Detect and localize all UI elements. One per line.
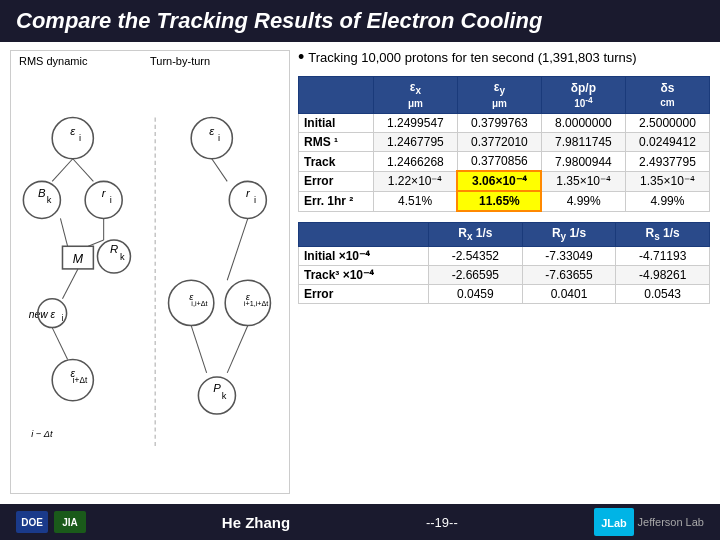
cell2-initial-rs: -4.71193	[616, 246, 710, 265]
jlab-logo: JLab Jefferson Lab	[594, 508, 704, 536]
cell-track-ex: 1.2466268	[373, 152, 457, 172]
table-row: Initial 1.2499547 0.3799763 8.0000000 2.…	[299, 114, 710, 133]
svg-text:JLab: JLab	[601, 517, 627, 529]
table-row: Err. 1hr ² 4.51% 11.65% 4.99% 4.99%	[299, 191, 710, 211]
svg-line-26	[52, 328, 67, 360]
svg-text:ε: ε	[209, 125, 215, 137]
cell-initial-ey: 0.3799763	[457, 114, 541, 133]
cell-track-ds: 2.4937795	[625, 152, 709, 172]
table-row: RMS ¹ 1.2467795 0.3772010 7.9811745 0.02…	[299, 133, 710, 152]
cell-rms-ds: 0.0249412	[625, 133, 709, 152]
cell2-track-rs: -4.98261	[616, 265, 710, 284]
right-panel: • Tracking 10,000 protons for ten second…	[298, 50, 710, 494]
svg-text:i − Δt: i − Δt	[31, 429, 53, 439]
svg-line-25	[62, 269, 77, 299]
svg-point-0	[52, 118, 93, 159]
svg-text:ε: ε	[70, 125, 76, 137]
results-table-2: Rx 1/s Ry 1/s Rs 1/s Initial ×10⁻⁴ -2.54…	[298, 222, 710, 303]
cell-error-dp: 1.35×10⁻⁴	[541, 171, 625, 191]
cell-track-dp: 7.9800944	[541, 152, 625, 172]
col-header-ex: εxμm	[373, 77, 457, 114]
table-row: Track³ ×10⁻⁴ -2.66595 -7.63655 -4.98261	[299, 265, 710, 284]
cell2-error-ry: 0.0401	[522, 284, 616, 303]
svg-text:i: i	[218, 133, 220, 143]
row-label-track: Track	[299, 152, 374, 172]
svg-text:M: M	[73, 252, 84, 266]
footer-left: DOE JIA	[16, 511, 86, 533]
col-header-dp: δp/p10-4	[541, 77, 625, 114]
cell-rms-ex: 1.2467795	[373, 133, 457, 152]
cell-initial-ex: 1.2499547	[373, 114, 457, 133]
svg-text:i+Δt: i+Δt	[73, 376, 88, 385]
row2-label-error: Error	[299, 284, 429, 303]
row-label-error: Error	[299, 171, 374, 191]
svg-line-46	[227, 326, 248, 373]
svg-point-28	[191, 118, 232, 159]
cell2-track-ry: -7.63655	[522, 265, 616, 284]
cell2-track-rx: -2.66595	[429, 265, 523, 284]
tracking-description: • Tracking 10,000 protons for ten second…	[298, 50, 710, 66]
svg-text:P: P	[213, 382, 221, 394]
svg-line-44	[227, 218, 248, 280]
svg-text:i: i	[254, 195, 256, 205]
col-header-empty	[299, 77, 374, 114]
col2-header-ry: Ry 1/s	[522, 223, 616, 246]
rms-label: RMS dynamic	[19, 55, 87, 67]
cell2-initial-rx: -2.54352	[429, 246, 523, 265]
svg-text:i: i	[79, 133, 81, 143]
cell-track-ey: 0.3770856	[457, 152, 541, 172]
cell-err1hr-ds: 4.99%	[625, 191, 709, 211]
cell-err1hr-ex: 4.51%	[373, 191, 457, 211]
svg-text:r: r	[246, 187, 251, 199]
page-title: Compare the Tracking Results of Electron…	[0, 0, 720, 42]
cell-rms-dp: 7.9811745	[541, 133, 625, 152]
footer-presenter: He Zhang	[222, 514, 290, 531]
svg-text:k: k	[120, 252, 125, 262]
svg-text:i+1,i+Δt: i+1,i+Δt	[244, 299, 268, 308]
cell-rms-ey: 0.3772010	[457, 133, 541, 152]
cell-error-ey: 3.06×10⁻⁴	[457, 171, 541, 191]
row2-label-initial: Initial ×10⁻⁴	[299, 246, 429, 265]
svg-text:B: B	[38, 187, 46, 199]
cell-initial-ds: 2.5000000	[625, 114, 709, 133]
svg-line-45	[191, 326, 206, 373]
svg-text:i,i+Δt: i,i+Δt	[191, 299, 207, 308]
col2-header-rs: Rs 1/s	[616, 223, 710, 246]
jlab-icon: JLab	[594, 508, 634, 536]
col2-header-rx: Rx 1/s	[429, 223, 523, 246]
row2-label-track: Track³ ×10⁻⁴	[299, 265, 429, 284]
svg-text:DOE: DOE	[21, 517, 43, 528]
svg-text:R: R	[110, 243, 118, 255]
jia-logo-icon: JIA	[54, 511, 86, 533]
cell-error-ex: 1.22×10⁻⁴	[373, 171, 457, 191]
results-table-1: εxμm εyμm δp/p10-4 δscm Initial 1.249954…	[298, 76, 710, 212]
cell2-error-rx: 0.0459	[429, 284, 523, 303]
table-row: Initial ×10⁻⁴ -2.54352 -7.33049 -4.71193	[299, 246, 710, 265]
diagram-panel: RMS dynamic Turn-by-turn ε i B k r i M R…	[10, 50, 290, 494]
cell2-error-rs: 0.0543	[616, 284, 710, 303]
jlab-full-name: Jefferson Lab	[638, 516, 704, 528]
svg-line-20	[52, 159, 73, 182]
doe-logo-icon: DOE	[16, 511, 48, 533]
diagram-svg: ε i B k r i M R k new ε i ε i+Δt	[11, 51, 289, 493]
svg-line-21	[73, 159, 94, 182]
footer-bar: DOE JIA He Zhang --19-- JLab Jefferson L…	[0, 504, 720, 540]
svg-text:new ε: new ε	[29, 309, 56, 320]
footer-page: --19--	[426, 515, 458, 530]
svg-text:k: k	[222, 391, 227, 401]
row-label-err1hr: Err. 1hr ²	[299, 191, 374, 211]
table-row: Error 0.0459 0.0401 0.0543	[299, 284, 710, 303]
table-row: Track 1.2466268 0.3770856 7.9800944 2.49…	[299, 152, 710, 172]
cell-err1hr-dp: 4.99%	[541, 191, 625, 211]
svg-line-43	[212, 159, 227, 182]
col-header-ds: δscm	[625, 77, 709, 114]
cell-error-ds: 1.35×10⁻⁴	[625, 171, 709, 191]
svg-text:k: k	[47, 195, 52, 205]
tbt-label: Turn-by-turn	[150, 55, 210, 67]
col-header-ey: εyμm	[457, 77, 541, 114]
row-label-rms: RMS ¹	[299, 133, 374, 152]
table-row: Error 1.22×10⁻⁴ 3.06×10⁻⁴ 1.35×10⁻⁴ 1.35…	[299, 171, 710, 191]
svg-line-22	[60, 218, 67, 246]
col2-header-empty	[299, 223, 429, 246]
row-label-initial: Initial	[299, 114, 374, 133]
